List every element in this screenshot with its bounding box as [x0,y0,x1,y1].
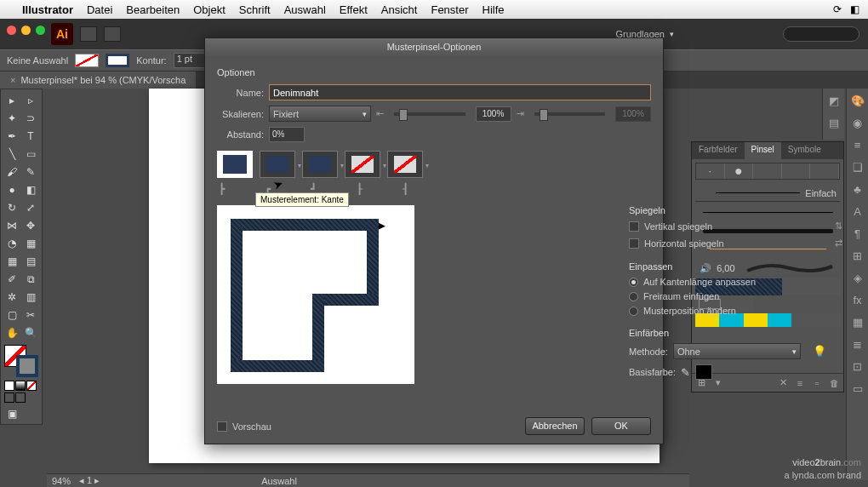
menu-edit[interactable]: Bearbeiten [126,3,180,16]
menu-help[interactable]: Hilfe [483,3,505,16]
width-tool[interactable]: ⋈ [3,216,21,234]
gradient-mode[interactable] [15,381,26,391]
app-name[interactable]: Illustrator [22,3,73,16]
brush-thumb[interactable]: · [696,163,725,179]
gradient-tool[interactable]: ▤ [21,252,40,270]
bridge-button[interactable] [80,26,97,42]
brush-thumb[interactable] [810,163,839,179]
fill-swatch[interactable] [75,54,99,67]
symbol-tool[interactable]: ✲ [3,288,21,306]
tile-end[interactable]: ▾ [387,151,423,178]
draw-normal[interactable] [4,392,14,403]
panel-icon[interactable]: ◩ [825,92,842,109]
scale-slider-2[interactable] [534,112,606,116]
color-mode[interactable] [4,381,14,391]
scale-select[interactable]: Fixiert [269,106,371,122]
rotate-tool[interactable]: ↻ [3,198,21,216]
pen-tool[interactable]: ✒ [3,127,21,145]
shapebuilder-tool[interactable]: ◔ [3,234,21,252]
menu-file[interactable]: Datei [87,3,112,16]
lasso-tool[interactable]: ⊃ [21,109,40,127]
menuextra-icon[interactable]: ⟳ [833,3,842,15]
flip-v-check[interactable] [629,221,639,232]
arrange-button[interactable] [104,26,121,42]
menu-type[interactable]: Schrift [239,3,271,16]
flip-h-check[interactable] [629,238,639,249]
slice-tool[interactable]: ✂ [21,306,40,324]
fill-stroke-block[interactable] [4,345,42,377]
brush-thumb[interactable] [753,163,782,179]
zoom-level[interactable]: 94% [52,476,71,486]
tile-outer-corner[interactable]: ▾ [260,151,295,178]
draw-behind[interactable] [15,392,26,403]
method-select[interactable]: Ohne [673,343,801,359]
fit-approx-radio[interactable] [629,307,638,316]
menu-view[interactable]: Ansicht [381,3,418,16]
mesh-tool[interactable]: ▦ [3,252,21,270]
panel-icon[interactable]: ▤ [825,114,842,131]
tab-brushes[interactable]: Pinsel [745,142,781,159]
panel-icon[interactable]: ❏ [849,158,866,175]
type-tool[interactable]: T [21,127,40,145]
screen-mode[interactable]: ▣ [3,404,22,422]
artboard-tool[interactable]: ▢ [3,306,21,324]
scale-pct[interactable]: 100% [476,106,511,122]
graph-tool[interactable]: ▥ [21,288,40,306]
menu-window[interactable]: Fenster [431,3,468,16]
link-icon[interactable]: ⇥ [517,108,524,119]
tile-inner-corner[interactable]: ▾ [302,151,338,178]
brush-tool[interactable]: 🖌 [3,163,21,180]
blob-tool[interactable]: ● [3,180,21,198]
tab-symbols[interactable]: Symbole [781,142,828,159]
brush-thumb[interactable]: ● [725,163,754,179]
rect-tool[interactable]: ▭ [21,145,40,163]
direct-select-tool[interactable]: ▹ [21,91,40,109]
color-panel-icon[interactable]: 🎨 [849,92,866,109]
panel-icon[interactable]: ≡ [849,136,866,153]
preview-check[interactable] [217,421,227,432]
menuextra-icon[interactable]: ◧ [850,3,859,15]
stroke-color[interactable] [16,355,38,377]
close-window[interactable] [7,26,16,35]
line-tool[interactable]: ╲ [3,145,21,163]
menu-effect[interactable]: Effekt [340,3,368,16]
fit-space-radio[interactable] [629,292,638,301]
minimize-window[interactable] [21,26,31,35]
close-tab-icon[interactable]: × [10,75,15,85]
brush-thumb[interactable] [782,163,811,179]
eraser-tool[interactable]: ◧ [21,180,40,198]
wand-tool[interactable]: ✦ [3,109,21,127]
panel-icon[interactable]: ◉ [849,114,866,131]
stroke-weight-input[interactable]: 1 pt [174,53,208,68]
freetransform-tool[interactable]: ✥ [21,216,40,234]
zoom-window[interactable] [36,26,45,35]
tile-side[interactable] [217,151,253,178]
link-icon[interactable]: ⇤ [376,108,384,119]
cancel-button[interactable]: Abbrechen [525,417,585,435]
tips-icon[interactable]: 💡 [813,345,826,358]
none-mode[interactable] [26,381,37,391]
menu-object[interactable]: Objekt [193,3,226,16]
artboard-nav[interactable]: 1 [87,475,92,485]
scale-slider[interactable] [394,112,465,116]
ok-button[interactable]: OK [591,417,651,435]
pencil-tool[interactable]: ✎ [21,163,40,180]
stroke-swatch[interactable] [106,54,129,67]
panel-icon[interactable]: ♣ [849,180,866,198]
tile-start[interactable]: ▾ [345,151,380,178]
perspective-tool[interactable]: ▦ [21,234,40,252]
eyedropper-tool[interactable]: ✐ [3,270,21,288]
hand-tool[interactable]: ✋ [3,324,21,341]
scale-tool[interactable]: ⤢ [21,198,40,216]
basecolor-swatch[interactable] [695,364,712,380]
name-input[interactable] [269,84,651,100]
selection-tool[interactable]: ▸ [3,91,21,109]
tab-swatches[interactable]: Farbfelder [692,142,745,159]
menu-select[interactable]: Auswahl [284,3,326,16]
eyedropper-icon[interactable]: ✎ [681,366,690,379]
blend-tool[interactable]: ⧉ [21,270,40,288]
document-tab[interactable]: × Musterpinsel* bei 94 % (CMYK/Vorscha [0,72,196,89]
search-input[interactable] [783,26,859,42]
spacing-input[interactable]: 0% [269,127,305,142]
fit-stretch-radio[interactable] [629,278,638,287]
